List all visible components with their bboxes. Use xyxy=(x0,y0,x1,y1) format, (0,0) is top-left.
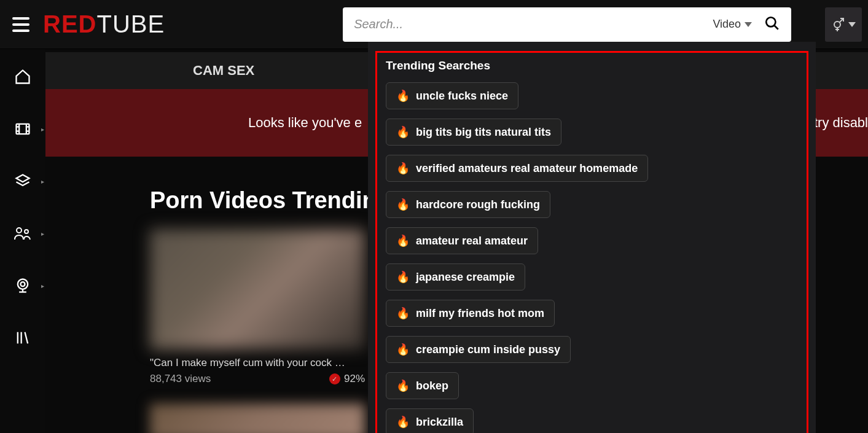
sidebar-home[interactable] xyxy=(7,68,38,86)
svg-point-16 xyxy=(18,279,28,289)
trending-item[interactable]: 🔥verified amateurs real amateur homemade xyxy=(386,155,648,182)
trending-label: amateur real amateur xyxy=(416,235,528,248)
trending-label: uncle fucks niece xyxy=(416,90,508,103)
video-rating: ✓ 92% xyxy=(329,373,365,385)
trending-label: japanese creampie xyxy=(416,271,515,284)
chevron-right-icon: ▸ xyxy=(41,178,44,185)
trending-title: Trending Searches xyxy=(386,59,798,72)
trending-label: big tits big tits natural tits xyxy=(416,126,551,139)
fire-icon: 🔥 xyxy=(396,89,410,103)
trending-label: bokep xyxy=(416,380,448,392)
logo-white-part: TUBE xyxy=(96,10,165,38)
video-thumbnail[interactable] xyxy=(150,404,365,433)
trending-label: creampie cum inside pussy xyxy=(416,343,560,356)
search-dropdown: Trending Searches 🔥uncle fucks niece 🔥bi… xyxy=(368,42,816,433)
svg-point-14 xyxy=(17,228,22,233)
svg-rect-6 xyxy=(17,124,29,134)
gender-icon xyxy=(831,17,846,32)
chevron-down-icon xyxy=(848,22,856,27)
video-thumbnail[interactable] xyxy=(150,229,365,349)
fire-icon: 🔥 xyxy=(396,234,410,248)
video-rating-value: 92% xyxy=(344,373,365,385)
video-title: "Can I make myself cum with your cock … xyxy=(150,357,365,369)
trending-item[interactable]: 🔥amateur real amateur xyxy=(386,227,538,254)
search-icon[interactable] xyxy=(764,15,780,34)
trending-item[interactable]: 🔥bokep xyxy=(386,372,459,399)
fire-icon: 🔥 xyxy=(396,343,410,356)
notice-text-right: try disabl xyxy=(814,115,868,131)
trending-box: Trending Searches 🔥uncle fucks niece 🔥bi… xyxy=(375,51,808,433)
trending-label: brickzilla xyxy=(416,416,463,429)
sidebar-pornstars[interactable]: ▸ xyxy=(7,224,38,243)
sidebar-videos[interactable]: ▸ xyxy=(7,120,38,138)
svg-marker-13 xyxy=(17,175,29,182)
trending-label: verified amateurs real amateur homemade xyxy=(416,162,638,175)
fire-icon: 🔥 xyxy=(396,162,410,175)
layers-icon xyxy=(14,173,31,190)
logo-red-part: RED xyxy=(43,10,96,38)
trending-item[interactable]: 🔥hardcore rough fucking xyxy=(386,191,550,218)
sidebar-live[interactable]: ▸ xyxy=(7,276,38,295)
svg-point-17 xyxy=(21,282,25,286)
chevron-right-icon: ▸ xyxy=(41,230,44,237)
trending-item[interactable]: 🔥milf my friends hot mom xyxy=(386,300,555,327)
trending-item[interactable]: 🔥brickzilla xyxy=(386,408,474,433)
home-icon xyxy=(14,68,31,85)
subnav-item-camsex[interactable]: CAM SEX xyxy=(193,63,254,79)
search-type-select[interactable]: Video xyxy=(713,18,764,31)
trending-item[interactable]: 🔥uncle fucks niece xyxy=(386,82,518,109)
video-card[interactable]: "Can I make myself cum with your cock … … xyxy=(150,229,365,433)
fire-icon: 🔥 xyxy=(396,379,410,392)
chevron-down-icon xyxy=(745,22,752,27)
fire-icon: 🔥 xyxy=(396,270,410,284)
search-bar: Video xyxy=(343,7,791,42)
video-meta: 88,743 views ✓ 92% xyxy=(150,373,365,385)
fire-icon: 🔥 xyxy=(396,415,410,429)
trending-item[interactable]: 🔥creampie cum inside pussy xyxy=(386,336,571,363)
sidebar: ▸ ▸ ▸ ▸ xyxy=(0,49,45,433)
svg-line-1 xyxy=(774,25,778,29)
svg-point-2 xyxy=(834,21,840,28)
search-input[interactable] xyxy=(354,17,713,31)
chevron-right-icon: ▸ xyxy=(41,283,44,289)
fire-icon: 🔥 xyxy=(396,306,410,320)
search-type-label: Video xyxy=(713,18,741,31)
check-icon: ✓ xyxy=(329,373,340,384)
trending-label: hardcore rough fucking xyxy=(416,198,540,211)
sidebar-library[interactable] xyxy=(7,329,38,347)
site-logo[interactable]: REDTUBE xyxy=(43,10,165,38)
webcam-icon xyxy=(14,277,31,294)
svg-line-20 xyxy=(25,332,28,344)
video-views: 88,743 views xyxy=(150,373,211,385)
search-wrap: Video xyxy=(343,7,825,42)
trending-item[interactable]: 🔥japanese creampie xyxy=(386,263,525,291)
svg-point-0 xyxy=(766,17,775,26)
svg-point-15 xyxy=(25,230,28,233)
people-icon xyxy=(14,225,32,241)
library-icon xyxy=(14,329,31,346)
notice-text-left: Looks like you've e xyxy=(248,115,362,131)
fire-icon: 🔥 xyxy=(396,125,410,139)
film-icon xyxy=(14,120,31,138)
trending-label: milf my friends hot mom xyxy=(416,307,544,320)
menu-button[interactable] xyxy=(6,9,37,40)
trending-item[interactable]: 🔥big tits big tits natural tits xyxy=(386,119,561,146)
account-button[interactable] xyxy=(825,7,862,42)
fire-icon: 🔥 xyxy=(396,198,410,211)
sidebar-categories[interactable]: ▸ xyxy=(7,172,38,190)
chevron-right-icon: ▸ xyxy=(41,126,44,133)
